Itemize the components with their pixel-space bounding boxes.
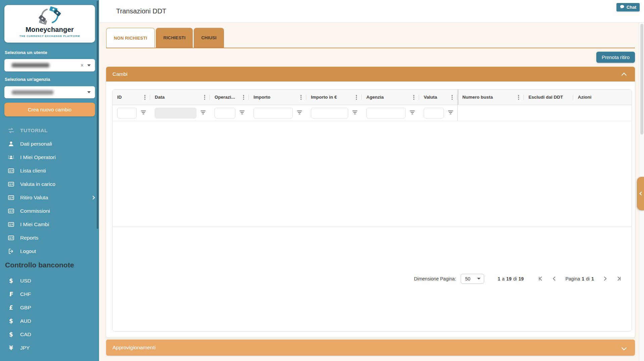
filter-input-agenzia[interactable]	[366, 108, 406, 118]
filter-funnel-icon[interactable]	[410, 110, 415, 116]
currency-item-jpy[interactable]: ¥JPY	[0, 341, 99, 355]
cambi-table: IDDataOperazi...ImportoImporto in €Agenz…	[112, 89, 632, 331]
agency-select-value-redacted	[12, 90, 53, 95]
currency-item-aud[interactable]: $AUD	[0, 314, 99, 328]
banknote-control-title: Controllo banconote	[5, 261, 74, 269]
sidebar-item-label: I Miei Operatori	[20, 154, 56, 160]
currency-item-usd[interactable]: $USD	[0, 274, 99, 288]
column-menu-icon[interactable]	[517, 94, 520, 101]
tab-chiusi[interactable]: CHIUSI	[194, 28, 224, 48]
filter-cell-numero-busta	[457, 105, 524, 121]
currency-item-cad[interactable]: $CAD	[0, 328, 99, 341]
side-panel-flap[interactable]	[637, 177, 644, 210]
sidebar-item-ritiro-valuta[interactable]: Ritiro Valuta	[0, 191, 99, 204]
last-page-button[interactable]	[615, 275, 622, 282]
tab-richiesti[interactable]: RICHIESTI	[156, 28, 193, 48]
clear-icon[interactable]: ×	[81, 63, 84, 68]
column-menu-icon[interactable]	[412, 94, 416, 101]
currency-symbol-icon: $	[6, 318, 16, 324]
sidebar: Moneychanger THE CURRENCY EXCHANGE PLATF…	[0, 0, 99, 361]
chevron-down-icon[interactable]	[622, 345, 627, 350]
filter-input-id[interactable]	[117, 108, 137, 118]
filter-funnel-icon[interactable]	[448, 110, 453, 116]
next-page-button[interactable]	[601, 275, 608, 282]
user-select-value-redacted	[12, 63, 49, 67]
filter-input-importo[interactable]	[254, 108, 293, 118]
column-header-label: Importo in €	[311, 95, 337, 100]
create-exchange-button[interactable]: Crea nuovo cambio	[4, 103, 95, 116]
main-area: Transazioni DDT Chat NON RICHIESTIRICHIE…	[99, 0, 644, 361]
sidebar-item-i-miei-cambi[interactable]: I Miei Cambi	[0, 218, 99, 231]
column-header-agenzia[interactable]: Agenzia	[362, 90, 419, 105]
currency-symbol-icon: ₣	[6, 291, 16, 298]
sidebar-item-dati-personali[interactable]: Dati personali	[0, 137, 99, 151]
user-select[interactable]: ×	[4, 59, 95, 71]
agency-select-label: Seleziona un'agenzia	[5, 77, 50, 82]
filter-input-valuta[interactable]	[424, 108, 444, 118]
sidebar-item-i-miei-operatori[interactable]: I Miei Operatori	[0, 151, 99, 164]
column-menu-icon[interactable]	[355, 94, 358, 101]
content: NON RICHIESTIRICHIESTICHIUSI Prenota rit…	[99, 23, 644, 361]
column-header-escludi-dal-ddt[interactable]: Escludi dal DDT	[524, 90, 573, 105]
column-header-azioni[interactable]: Azioni	[573, 90, 632, 105]
book-pickup-button[interactable]: Prenota ritiro	[596, 52, 635, 63]
filter-input-data[interactable]	[155, 108, 196, 118]
currency-item-gbp[interactable]: £GBP	[0, 301, 99, 314]
row-range: 1a19di19	[498, 276, 524, 281]
column-menu-icon[interactable]	[450, 94, 454, 101]
contact-card-icon	[6, 221, 16, 228]
column-header-importo-in-€[interactable]: Importo in €	[306, 90, 362, 105]
currency-code: AUD	[20, 318, 31, 324]
column-header-importo[interactable]: Importo	[249, 90, 306, 105]
currency-item-chf[interactable]: ₣CHF	[0, 288, 99, 301]
first-page-button[interactable]	[537, 275, 544, 282]
chevron-up-icon[interactable]	[622, 72, 627, 78]
column-header-data[interactable]: Data	[150, 90, 210, 105]
agency-select[interactable]	[4, 86, 95, 98]
approvvigionamenti-section-header[interactable]: Approvigionamenti	[106, 340, 635, 356]
filter-funnel-icon[interactable]	[297, 110, 302, 116]
column-menu-icon[interactable]	[203, 94, 206, 101]
filter-input-operazi-[interactable]	[215, 108, 235, 118]
sidebar-item-lista-clienti[interactable]: Lista clienti	[0, 164, 99, 177]
filter-input-importo-in-€[interactable]	[311, 108, 348, 118]
chat-label: Chat	[627, 5, 636, 10]
column-menu-icon[interactable]	[299, 94, 303, 101]
sidebar-item-tutorial[interactable]: TUTORIAL	[0, 124, 99, 137]
contact-card-icon	[6, 208, 16, 214]
pagination-bar: Dimensione Pagina: 50 1a19di19	[112, 226, 632, 331]
column-header-label: Agenzia	[366, 95, 384, 100]
chevron-left-icon	[639, 192, 643, 195]
filter-funnel-icon[interactable]	[200, 110, 206, 116]
column-header-operazi-[interactable]: Operazi...	[210, 90, 249, 105]
filter-funnel-icon[interactable]	[141, 110, 146, 116]
page-size-select[interactable]: 50	[461, 274, 484, 284]
currency-code: CAD	[20, 331, 31, 338]
column-menu-icon[interactable]	[143, 94, 147, 101]
cambi-section-header[interactable]: Cambi	[106, 67, 635, 82]
sidebar-item-commissioni[interactable]: Commissioni	[0, 204, 99, 218]
column-header-label: Importo	[254, 95, 270, 100]
contact-card-icon	[6, 167, 16, 174]
sidebar-item-label: Ritiro Valuta	[20, 195, 48, 201]
filter-cell-agenzia	[362, 105, 419, 121]
column-header-id[interactable]: ID	[112, 90, 150, 105]
page-scrollbar-thumb[interactable]	[640, 24, 643, 135]
column-header-label: Operazi...	[215, 95, 235, 100]
filter-funnel-icon[interactable]	[352, 110, 358, 116]
column-header-valuta[interactable]: Valuta	[419, 90, 457, 105]
sidebar-scrollbar[interactable]	[97, 1, 98, 229]
sidebar-item-valuta-in-carico[interactable]: Valuta in carico	[0, 177, 99, 191]
column-menu-icon[interactable]	[242, 94, 245, 101]
page-title: Transazioni DDT	[116, 0, 166, 22]
tab-non-richiesti[interactable]: NON RICHIESTI	[106, 28, 155, 48]
sidebar-item-reports[interactable]: Reports	[0, 231, 99, 245]
previous-page-button[interactable]	[551, 275, 558, 282]
contact-card-icon	[6, 181, 16, 188]
sidebar-item-logout[interactable]: Logout	[0, 245, 99, 258]
currency-list: $USD₣CHF£GBP$AUD$CAD¥JPY	[0, 274, 99, 355]
filter-funnel-icon[interactable]	[239, 110, 245, 116]
column-header-numero-busta[interactable]: Numero busta	[457, 90, 524, 105]
chat-button[interactable]: Chat	[616, 3, 640, 11]
brand-card: Moneychanger THE CURRENCY EXCHANGE PLATF…	[4, 5, 95, 43]
